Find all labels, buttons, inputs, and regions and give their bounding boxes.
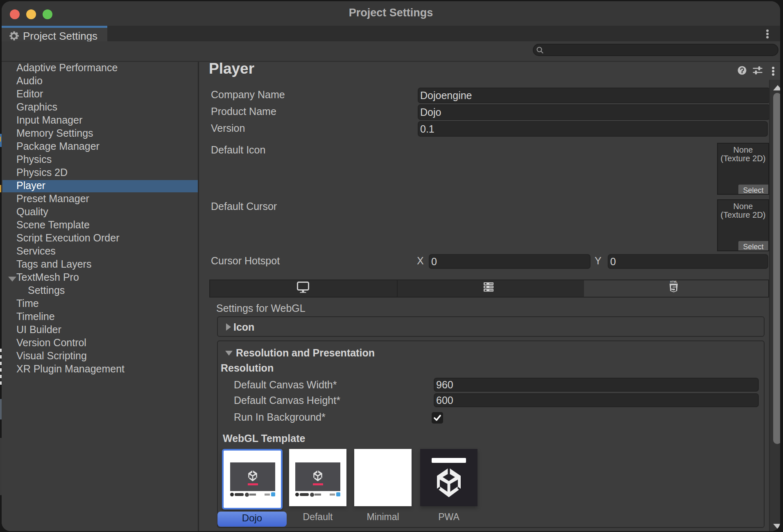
- svg-text:HTML: HTML: [670, 281, 677, 283]
